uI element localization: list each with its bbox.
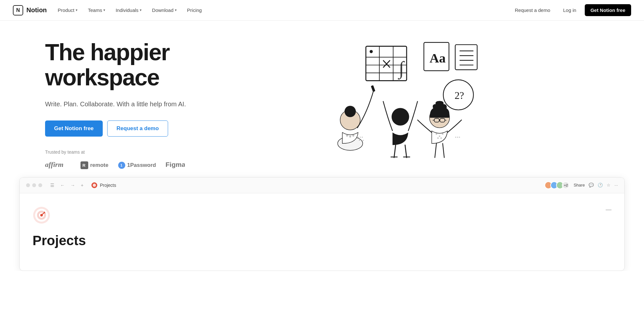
add-icon[interactable]: + — [79, 182, 85, 188]
nav-item-pricing[interactable]: Pricing — [183, 5, 206, 15]
projects-tab-icon — [91, 182, 97, 188]
svg-rect-18 — [455, 45, 477, 70]
navigation: N Notion Product ▾ Teams ▾ Individuals ▾… — [0, 0, 644, 21]
browser-content: Projects — — [20, 193, 624, 271]
get-notion-free-nav-button[interactable]: Get Notion free — [585, 4, 631, 16]
login-button[interactable]: Log in — [559, 5, 581, 15]
svg-point-32 — [392, 108, 409, 126]
more-options-icon[interactable]: ··· — [614, 183, 618, 187]
back-icon[interactable]: ← — [59, 182, 66, 188]
onepassword-logo: 1 1Password — [118, 162, 156, 169]
nav-right: Request a demo Log in Get Notion free — [510, 4, 631, 16]
svg-text:affirm: affirm — [45, 160, 63, 168]
svg-point-30 — [349, 136, 351, 138]
svg-point-36 — [437, 137, 439, 139]
svg-text:R: R — [82, 163, 86, 168]
svg-text:∫: ∫ — [397, 58, 405, 80]
affirm-logo: affirm — [45, 160, 71, 171]
nav-item-teams[interactable]: Teams ▾ — [83, 5, 110, 15]
hero-right: ∫ Aa 2? — [186, 40, 599, 159]
share-button[interactable]: Share — [573, 183, 585, 187]
browser-tab[interactable]: Projects — [91, 182, 116, 188]
browser-nav-controls: ☰ ← → + — [49, 182, 85, 188]
svg-text:1: 1 — [120, 163, 122, 167]
chevron-down-icon: ▾ — [140, 8, 142, 12]
hero-illustration: ∫ Aa 2? — [299, 40, 486, 159]
browser-window-controls — [26, 183, 42, 187]
figma-logo: Figma — [166, 160, 185, 171]
chevron-down-icon: ▾ — [103, 8, 105, 12]
history-icon[interactable]: 🕐 — [598, 183, 603, 187]
hero-section: The happier workspace Write. Plan. Colla… — [0, 21, 644, 177]
window-dot-green — [38, 183, 42, 187]
window-dot-red — [26, 183, 30, 187]
browser-window: ☰ ← → + Projects +2 Share — [19, 177, 625, 271]
svg-point-35 — [442, 133, 443, 135]
projects-emoji-icon — [33, 206, 86, 228]
avatar-group: +2 — [545, 181, 570, 189]
tab-label: Projects — [100, 183, 116, 188]
get-notion-free-hero-button[interactable]: Get Notion free — [45, 120, 103, 137]
collapse-button[interactable]: — — [606, 206, 611, 213]
browser-toolbar-right: +2 Share 💬 🕐 ☆ ··· — [545, 181, 618, 189]
svg-point-33 — [436, 133, 437, 135]
browser-bar: ☰ ← → + Projects +2 Share — [20, 178, 624, 193]
projects-title: Projects — [33, 233, 86, 248]
chevron-down-icon: ▾ — [76, 8, 78, 12]
comments-icon[interactable]: 💬 — [589, 183, 594, 187]
hero-buttons: Get Notion free Request a demo — [45, 120, 186, 137]
svg-point-29 — [346, 135, 348, 137]
favorite-icon[interactable]: ☆ — [607, 183, 611, 187]
svg-rect-28 — [371, 85, 375, 92]
nav-item-individuals[interactable]: Individuals ▾ — [111, 5, 146, 15]
svg-point-31 — [352, 135, 354, 137]
hero-subtitle: Write. Plan. Collaborate. With a little … — [45, 99, 186, 109]
svg-point-27 — [345, 106, 356, 117]
svg-point-37 — [440, 137, 442, 139]
nav-item-product[interactable]: Product ▾ — [53, 5, 82, 15]
avatar-count: +2 — [562, 181, 570, 189]
trusted-logos: affirm R remote 1 1Password — [45, 160, 186, 171]
forward-icon[interactable]: → — [69, 182, 77, 188]
hero-left: The happier workspace Write. Plan. Colla… — [45, 40, 186, 171]
sidebar-toggle-icon[interactable]: ☰ — [49, 182, 56, 188]
hero-title: The happier workspace — [45, 40, 186, 90]
svg-text:Figma: Figma — [166, 161, 185, 168]
svg-point-47 — [93, 184, 96, 187]
nav-left: N Notion Product ▾ Teams ▾ Individuals ▾… — [13, 5, 206, 15]
svg-text:Aa: Aa — [430, 51, 446, 65]
svg-text:2?: 2? — [455, 90, 464, 101]
notion-logo[interactable]: N Notion — [13, 5, 47, 15]
brand-name: Notion — [26, 6, 47, 14]
window-dot-yellow — [32, 183, 36, 187]
svg-point-7 — [370, 50, 373, 53]
logo-icon: N — [13, 5, 23, 15]
nav-items: Product ▾ Teams ▾ Individuals ▾ Download… — [53, 5, 206, 15]
remote-logo: R remote — [80, 161, 109, 169]
request-demo-button[interactable]: Request a demo — [510, 5, 555, 15]
trusted-by-label: Trusted by teams at — [45, 149, 186, 155]
chevron-down-icon: ▾ — [175, 8, 177, 12]
request-demo-hero-button[interactable]: Request a demo — [107, 120, 168, 137]
svg-point-34 — [439, 135, 440, 137]
nav-item-download[interactable]: Download ▾ — [147, 5, 181, 15]
hero-svg: ∫ Aa 2? — [299, 40, 486, 159]
